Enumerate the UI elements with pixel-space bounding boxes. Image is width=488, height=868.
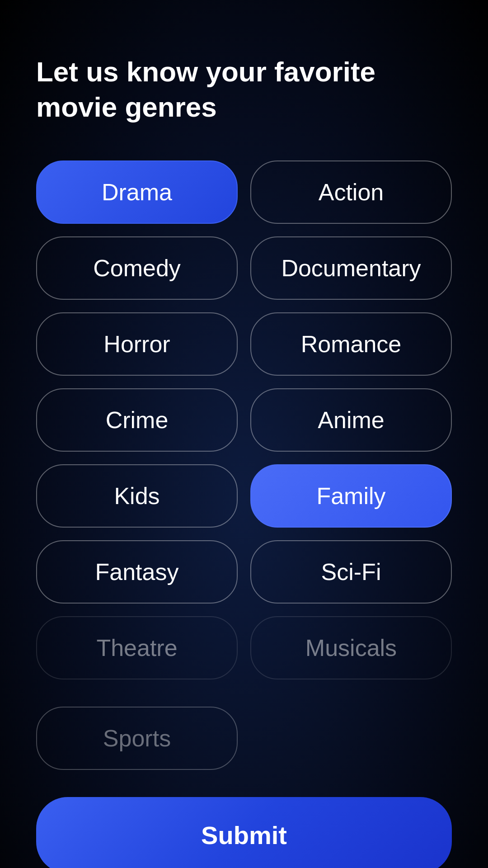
- sports-row: Sports: [36, 707, 452, 770]
- genre-button-theatre[interactable]: Theatre: [36, 616, 238, 679]
- genre-button-drama[interactable]: Drama: [36, 160, 238, 224]
- page-title: Let us know your favorite movie genres: [36, 54, 452, 124]
- genre-button-kids[interactable]: Kids: [36, 464, 238, 528]
- genre-button-sports[interactable]: Sports: [36, 707, 238, 770]
- genre-button-crime[interactable]: Crime: [36, 388, 238, 452]
- genre-button-action[interactable]: Action: [250, 160, 452, 224]
- submit-button[interactable]: Submit: [36, 797, 452, 868]
- genre-button-anime[interactable]: Anime: [250, 388, 452, 452]
- genre-button-romance[interactable]: Romance: [250, 312, 452, 376]
- genre-button-musicals[interactable]: Musicals: [250, 616, 452, 679]
- genre-button-horror[interactable]: Horror: [36, 312, 238, 376]
- genre-button-documentary[interactable]: Documentary: [250, 236, 452, 300]
- genre-button-scifi[interactable]: Sci-Fi: [250, 540, 452, 604]
- genres-grid: DramaActionComedyDocumentaryHorrorRomanc…: [36, 160, 452, 679]
- genre-button-comedy[interactable]: Comedy: [36, 236, 238, 300]
- genre-button-fantasy[interactable]: Fantasy: [36, 540, 238, 604]
- genre-button-family[interactable]: Family: [250, 464, 452, 528]
